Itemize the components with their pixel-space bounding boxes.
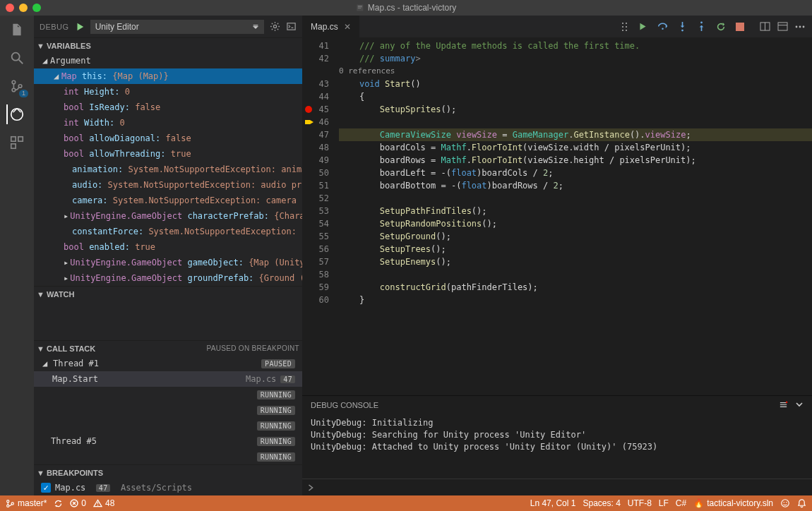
debug-label: DEBUG — [40, 23, 69, 31]
scm-icon[interactable]: 1 — [7, 76, 27, 96]
step-into-button[interactable] — [678, 21, 687, 32]
line-gutter: 4142434445464748495051525354555657585960 — [302, 37, 339, 395]
svg-point-19 — [700, 22, 703, 24]
variable-root[interactable]: ◢Map this: {Map (Map)} — [34, 68, 302, 84]
drag-handle-icon[interactable] — [621, 22, 628, 32]
svg-point-11 — [622, 23, 623, 24]
window-controls — [6, 4, 41, 12]
chevron-down-icon[interactable] — [795, 400, 804, 409]
sync-icon[interactable] — [54, 499, 63, 508]
watch-empty — [34, 301, 302, 340]
variable-row[interactable]: ▸UnityEngine.GameObject groundPrefab: {G… — [34, 270, 302, 286]
split-editor-icon[interactable] — [760, 22, 770, 31]
bell-icon[interactable] — [797, 498, 806, 508]
scm-branch[interactable]: master* — [6, 498, 47, 508]
watch-section-header[interactable]: ▼WATCH — [34, 286, 302, 301]
warnings-count[interactable]: 48 — [93, 498, 114, 508]
callstack-thread[interactable]: RUNNING — [34, 402, 302, 418]
errors-count[interactable]: 0 — [70, 498, 86, 508]
eol[interactable]: LF — [659, 498, 669, 508]
variables-section-header[interactable]: ▼VARIABLES — [34, 37, 302, 53]
svg-point-14 — [626, 26, 627, 28]
restart-button[interactable] — [716, 22, 726, 32]
code-content[interactable]: /// any of the Update methods is called … — [339, 37, 812, 395]
gear-icon[interactable] — [270, 21, 280, 32]
callstack-thread[interactable]: RUNNING — [34, 387, 302, 402]
svg-point-29 — [7, 500, 9, 502]
debug-console-header[interactable]: DEBUG CONSOLE — [302, 395, 812, 414]
svg-point-34 — [97, 505, 98, 505]
variable-row[interactable]: constantForce: System.NotSupportedExcept… — [34, 224, 302, 239]
step-out-button[interactable] — [697, 21, 706, 32]
callstack-thread[interactable]: RUNNING — [34, 418, 302, 433]
tab-map-cs[interactable]: Map.cs ✕ — [302, 16, 360, 37]
breakpoint-glyph[interactable] — [304, 103, 316, 116]
layout-icon[interactable] — [777, 22, 788, 31]
close-window-icon[interactable] — [6, 4, 14, 12]
variable-row[interactable]: int Width: 0 — [34, 115, 302, 131]
checkbox-icon[interactable]: ✓ — [41, 483, 51, 493]
variable-row[interactable]: int Height: 0 — [34, 84, 302, 100]
callstack-thread[interactable]: RUNNING — [34, 449, 302, 464]
svg-point-30 — [7, 505, 9, 507]
language[interactable]: C# — [676, 498, 686, 508]
activitybar: 1 — [0, 16, 34, 495]
zoom-window-icon[interactable] — [32, 4, 41, 12]
breakpoints-section-header[interactable]: ▼BREAKPOINTS — [34, 464, 302, 480]
scm-badge: 1 — [19, 90, 28, 97]
variable-row[interactable]: bool allowDiagonal: false — [34, 131, 302, 146]
variable-row[interactable]: animation: System.NotSupportedException:… — [34, 162, 302, 177]
svg-point-25 — [796, 25, 798, 28]
variables-tree: ◢Argument ◢Map this: {Map (Map)} int Hei… — [34, 53, 302, 286]
editor-group: Map.cs ✕ 414243444 — [302, 16, 812, 495]
clear-console-icon[interactable] — [779, 400, 788, 409]
svg-point-2 — [12, 80, 16, 84]
start-debug-button[interactable] — [75, 22, 85, 32]
minimize-window-icon[interactable] — [19, 4, 28, 12]
solution[interactable]: 🔥tactical-victory.sln — [693, 498, 773, 508]
ln-col[interactable]: Ln 47, Col 1 — [530, 498, 576, 508]
svg-rect-6 — [11, 137, 16, 141]
debug-config-select[interactable]: Unity Editor — [90, 20, 264, 34]
explorer-icon[interactable] — [7, 20, 27, 40]
svg-point-3 — [12, 88, 16, 92]
spaces[interactable]: Spaces: 4 — [583, 498, 620, 508]
variable-scope[interactable]: ◢Argument — [34, 53, 302, 68]
variable-row[interactable]: ▸UnityEngine.GameObject characterPrefab:… — [34, 208, 302, 224]
variable-row[interactable]: ▸UnityEngine.GameObject gameObject: {Map… — [34, 255, 302, 270]
variable-row[interactable]: bool IsReady: false — [34, 100, 302, 115]
svg-point-36 — [783, 502, 784, 503]
svg-line-1 — [19, 60, 23, 64]
extensions-icon[interactable] — [7, 133, 27, 152]
search-icon[interactable] — [7, 48, 27, 68]
step-over-button[interactable] — [657, 22, 668, 31]
encoding[interactable]: UTF-8 — [628, 498, 652, 508]
variable-row[interactable]: audio: System.NotSupportedException: aud… — [34, 177, 302, 193]
thread-status: PAUSED — [261, 359, 295, 368]
variable-row[interactable]: camera: System.NotSupportedException: ca… — [34, 193, 302, 208]
svg-point-13 — [622, 26, 623, 28]
more-icon[interactable] — [795, 25, 805, 28]
stop-button[interactable] — [736, 23, 744, 31]
editor[interactable]: 4142434445464748495051525354555657585960… — [302, 37, 812, 395]
variable-row[interactable]: bool enabled: true — [34, 239, 302, 255]
debug-icon[interactable] — [6, 104, 26, 124]
feedback-icon[interactable] — [780, 498, 790, 508]
callstack-thread[interactable]: ◢Thread #1 PAUSED — [34, 356, 302, 371]
debug-console[interactable]: UnityDebug: InitializingUnityDebug: Sear… — [302, 414, 812, 479]
ip-glyph — [304, 116, 316, 128]
svg-rect-23 — [778, 23, 787, 30]
debug-sidebar: DEBUG Unity Editor ▼VARIABLES ◢Argument … — [34, 16, 302, 495]
variable-row[interactable]: bool allowThreading: true — [34, 146, 302, 162]
svg-point-15 — [622, 30, 623, 31]
debug-console-icon[interactable] — [286, 21, 297, 32]
callstack-frame[interactable]: Map.Start Map.cs47 — [34, 371, 302, 387]
debug-console-input[interactable] — [302, 479, 812, 495]
callstack-thread[interactable]: Thread #5RUNNING — [34, 433, 302, 449]
debug-header: DEBUG Unity Editor — [34, 16, 302, 37]
close-tab-icon[interactable]: ✕ — [344, 22, 351, 32]
breakpoint-item[interactable]: ✓ Map.cs 47 Assets/Scripts — [34, 480, 302, 495]
continue-button[interactable] — [638, 22, 647, 31]
callstack-section-header[interactable]: ▼CALL STACK PAUSED ON BREAKPOINT — [34, 340, 302, 356]
svg-point-16 — [626, 30, 627, 31]
